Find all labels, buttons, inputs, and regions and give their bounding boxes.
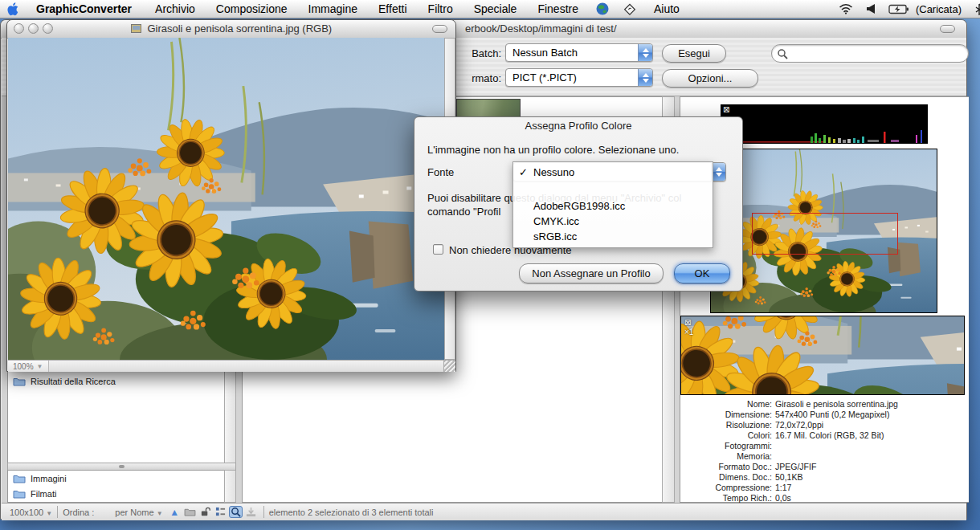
histogram-panel[interactable]: ⊠ bbox=[721, 104, 928, 144]
resize-grip[interactable] bbox=[443, 361, 455, 372]
info-label: Memoria: bbox=[680, 451, 772, 462]
minimize-button[interactable] bbox=[28, 23, 39, 34]
info-label: Dimens. Doc.: bbox=[680, 472, 772, 483]
sort-popup[interactable]: per Nome ▼ bbox=[115, 508, 162, 517]
browser-statusbar: 100x100 ▼ Ordina : per Nome ▼ ▲ elemento… bbox=[2, 503, 966, 520]
batch-popup-stepper-icon bbox=[638, 44, 652, 61]
sidebar-volumes-pane: Immagini Filmati bbox=[7, 470, 225, 503]
esegui-button-label: Esegui bbox=[678, 47, 710, 59]
bluetooth-icon[interactable] bbox=[968, 3, 980, 15]
info-value: 72,0x72,0ppi bbox=[775, 420, 823, 430]
fonte-label: Fonte bbox=[427, 166, 454, 178]
sidebar-bottom-scrollbar[interactable] bbox=[224, 470, 236, 503]
image-window-bottombar: 100% ▼ bbox=[8, 360, 455, 372]
info-label: Compressione: bbox=[680, 483, 772, 493]
info-label: Fotogrammi: bbox=[680, 441, 772, 451]
menu-speciale[interactable]: Speciale bbox=[463, 0, 528, 18]
zoom-button[interactable] bbox=[43, 23, 53, 34]
info-label: Formato Doc.: bbox=[680, 462, 772, 472]
apple-menu[interactable] bbox=[0, 2, 27, 16]
toolbar-pill-button[interactable] bbox=[432, 25, 447, 33]
formato-popup-stepper-icon bbox=[638, 69, 652, 86]
battery-icon[interactable] bbox=[882, 4, 916, 14]
photo-canvas[interactable] bbox=[8, 38, 444, 360]
menu-option-adobergb[interactable]: AdobeRGB1998.icc bbox=[513, 198, 713, 214]
sidebar-item-immagini[interactable]: Immagini bbox=[8, 471, 224, 486]
menu-graphicconverter[interactable]: GraphicConverter bbox=[27, 0, 145, 18]
search-icon bbox=[777, 48, 788, 59]
folder-tool-icon[interactable] bbox=[183, 506, 197, 518]
zoom-level-popup[interactable]: 100% ▼ bbox=[8, 361, 49, 372]
menu-bar: GraphicConverter Archivio Composizione I… bbox=[0, 0, 980, 18]
export-tool-icon[interactable] bbox=[244, 506, 258, 518]
info-value: Girasoli e penisola sorrentina.jpg bbox=[775, 399, 898, 410]
menu-option-nessuno[interactable]: ✓ Nessuno bbox=[513, 165, 713, 180]
status-text: elemento 2 selezionato di 3 elementi tot… bbox=[269, 508, 434, 517]
volume-icon[interactable] bbox=[860, 3, 882, 14]
search-input[interactable] bbox=[788, 47, 968, 59]
formato-popup-value: PICT (*.PICT) bbox=[506, 71, 638, 84]
menu-option-label: sRGB.icc bbox=[533, 230, 577, 243]
info-value: 1:17 bbox=[775, 483, 791, 493]
battery-status-label: (Caricata) bbox=[916, 3, 968, 15]
batch-popup[interactable]: Nessun Batch bbox=[505, 43, 653, 62]
preview-image[interactable] bbox=[710, 149, 937, 313]
document-proxy-icon bbox=[131, 24, 141, 33]
toolbar-pill-button[interactable] bbox=[940, 25, 955, 33]
menu-immagine[interactable]: Immagine bbox=[298, 0, 368, 18]
chevron-down-icon: ▼ bbox=[46, 510, 52, 517]
sidebar-item-label: Immagini bbox=[31, 474, 67, 483]
menu-finestre[interactable]: Finestre bbox=[527, 0, 589, 18]
formato-popup[interactable]: PICT (*.PICT) bbox=[505, 68, 653, 87]
menu-option-srgb[interactable]: sRGB.icc bbox=[513, 229, 713, 244]
menu-aiuto[interactable]: Aiuto bbox=[643, 0, 690, 18]
chevron-down-icon: ▼ bbox=[37, 363, 43, 370]
histogram-plot bbox=[721, 104, 928, 144]
dialog-title: Assegna Profilo Colore bbox=[414, 120, 742, 132]
wifi-icon[interactable] bbox=[832, 3, 860, 14]
info-value: 16.7 Mil. Colori (RGB, 32 Bit) bbox=[775, 430, 884, 441]
dialog-message: L'immagine non ha un profilo colore. Sel… bbox=[427, 144, 679, 156]
thumbsize-value: 100x100 bbox=[10, 508, 43, 517]
batch-popup-value: Nessun Batch bbox=[506, 47, 638, 59]
close-box-icon[interactable]: ⊠ bbox=[684, 319, 691, 327]
menu-effetti[interactable]: Effetti bbox=[368, 0, 418, 18]
zoom-level-value: 100% bbox=[13, 362, 34, 371]
lock-open-icon[interactable] bbox=[198, 506, 212, 518]
menu-composizione[interactable]: Composizione bbox=[206, 0, 298, 18]
menu-archivio[interactable]: Archivio bbox=[145, 0, 206, 18]
checkmark-icon: ✓ bbox=[519, 165, 528, 180]
no-profile-button-label: Non Assegnare un Profilo bbox=[532, 267, 650, 279]
no-profile-button[interactable]: Non Assegnare un Profilo bbox=[519, 263, 664, 283]
sidebar-item-filmati[interactable]: Filmati bbox=[8, 486, 224, 501]
dont-ask-checkbox[interactable] bbox=[433, 244, 443, 255]
magnifier-tool-icon[interactable] bbox=[229, 506, 243, 518]
info-value: 50,1KB bbox=[775, 472, 802, 483]
sort-direction-icon[interactable]: ▲ bbox=[168, 506, 182, 518]
thumbsize-popup[interactable]: 100x100 ▼ bbox=[2, 508, 52, 517]
profile-menu: ✓ Nessuno AdobeRGB1998.icc CMYK.icc sRGB… bbox=[512, 161, 713, 248]
sidebar-item-search-results[interactable]: Risultati della Ricerca bbox=[8, 373, 222, 389]
close-button[interactable] bbox=[14, 23, 24, 34]
menu-filtro[interactable]: Filtro bbox=[418, 0, 463, 18]
ok-button[interactable]: OK bbox=[674, 263, 730, 283]
detail-view[interactable]: ⊠ ×1 bbox=[680, 316, 965, 395]
info-label: Risoluzione: bbox=[680, 420, 772, 430]
formato-label: rmato: bbox=[455, 70, 501, 88]
ok-button-label: OK bbox=[695, 267, 710, 279]
image-window-titlebar[interactable]: Girasoli e penisola sorrentina.jpg (RGB) bbox=[7, 20, 455, 39]
opzioni-button[interactable]: Opzioni... bbox=[662, 69, 758, 88]
selection-rectangle[interactable] bbox=[752, 213, 898, 255]
scripts-menu-icon[interactable] bbox=[616, 2, 643, 15]
sidebar-item-label: Filmati bbox=[31, 489, 56, 499]
menu-option-cmyk[interactable]: CMYK.icc bbox=[513, 214, 713, 229]
desktop: { "glyphs": { "down_arrow": "▼", "check"… bbox=[0, 0, 980, 530]
search-field[interactable] bbox=[771, 44, 969, 63]
esegui-button[interactable]: Esegui bbox=[662, 44, 726, 63]
menu-option-label: CMYK.icc bbox=[533, 215, 579, 227]
image-window: Girasoli e penisola sorrentina.jpg (RGB)… bbox=[6, 19, 456, 372]
folder-icon bbox=[13, 474, 26, 483]
globe-menu-icon[interactable] bbox=[589, 2, 616, 15]
list-view-icon[interactable] bbox=[214, 506, 227, 518]
chevron-down-icon: ▼ bbox=[157, 510, 163, 517]
